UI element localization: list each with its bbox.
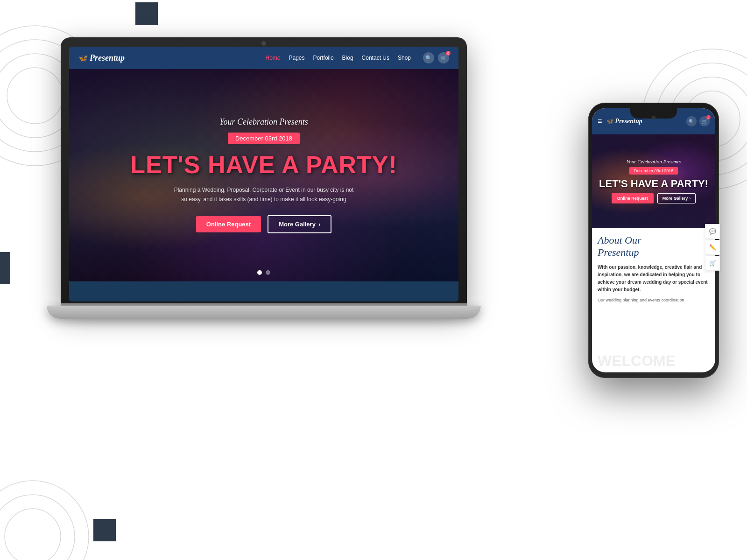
chat-icon: 💬: [709, 228, 716, 235]
logo-text: Presentup: [90, 53, 125, 63]
dot-1[interactable]: [257, 270, 262, 275]
hero-date-badge: December 03rd 2018: [228, 133, 300, 144]
decorative-square-2: [0, 252, 10, 284]
phone-side-icons: 💬 ✏️ 🛒: [705, 224, 720, 271]
phone-cart-icon: 🛒: [702, 119, 707, 124]
phone-search-icon: 🔍: [689, 119, 694, 124]
more-gallery-label: More Gallery: [279, 221, 316, 228]
search-icon-btn[interactable]: 🔍: [423, 52, 434, 63]
phone-device: ≡ 🦋 Presentup 🔍 🛒 0: [588, 103, 719, 378]
site-logo: 🦋 Presentup: [78, 53, 125, 63]
hero-section: Your Celebration Presents December 03rd …: [69, 69, 458, 281]
phone-logo: 🦋 Presentup: [606, 118, 642, 125]
phone-about-title: About Our Presentup: [598, 234, 710, 259]
svg-point-9: [0, 495, 75, 560]
phone-about-sub: Our wedding planning and events coordina…: [598, 297, 710, 304]
online-request-button[interactable]: Online Request: [196, 216, 261, 232]
phone-cart-badge: 0: [706, 115, 711, 119]
phone-about-bg-text: WELCOME PRESENTUP: [598, 353, 689, 372]
nav-item-home[interactable]: Home: [266, 55, 281, 61]
phone-about-section: WELCOME PRESENTUP About Our Presentup Wi…: [592, 228, 715, 308]
phone-more-gallery-arrow: ›: [689, 196, 691, 201]
hero-dots: [257, 270, 270, 275]
laptop-frame: 🦋 Presentup Home Pages Portfolio Blog Co…: [61, 37, 467, 308]
hero-title-part1: LET'S HAVE A: [130, 151, 298, 178]
phone-hero: Your Celebration Presents December 03rd …: [592, 134, 715, 228]
phone-hero-title: LET'S HAVE A PARTY!: [599, 178, 708, 189]
site-header: 🦋 Presentup Home Pages Portfolio Blog Co…: [69, 47, 458, 69]
site-nav: Home Pages Portfolio Blog Contact Us Sho…: [266, 52, 450, 63]
nav-item-blog[interactable]: Blog: [342, 55, 353, 61]
nav-item-contact[interactable]: Contact Us: [362, 55, 389, 61]
bg-text-welcome: WELCOME: [598, 353, 689, 369]
nav-item-shop[interactable]: Shop: [398, 55, 411, 61]
phone-online-request-button[interactable]: Online Request: [612, 193, 654, 203]
phone-search-btn[interactable]: 🔍: [686, 116, 697, 126]
decorative-circles-bottom: [0, 467, 103, 560]
hero-description: Planning a Wedding, Proposal, Corporate …: [170, 186, 357, 203]
cart-icon-side: 🛒: [709, 260, 716, 266]
hero-content: Your Celebration Presents December 03rd …: [69, 69, 458, 281]
phone-about-description: With our passion, knowledge, creative fl…: [598, 264, 710, 294]
phone-hero-subtitle: Your Celebration Presents: [627, 159, 681, 164]
laptop-base: [47, 306, 481, 319]
hero-title: LET'S HAVE A PARTY!: [130, 152, 397, 178]
search-icon: 🔍: [425, 55, 432, 61]
hero-subtitle: Your Celebration Presents: [219, 117, 308, 127]
decorative-square-1: [135, 2, 158, 25]
logo-butterfly-icon: 🦋: [78, 54, 88, 63]
bg-text-presentup: PRESENTUP: [598, 369, 689, 372]
phone-hero-buttons: Online Request More Gallery ›: [612, 193, 696, 203]
laptop-camera: [261, 41, 266, 46]
cart-icon-btn[interactable]: 🛒 0: [438, 52, 449, 63]
side-cart-icon[interactable]: 🛒: [705, 256, 720, 271]
side-chat-icon[interactable]: 💬: [705, 224, 720, 239]
side-edit-icon[interactable]: ✏️: [705, 240, 720, 255]
edit-icon: ✏️: [709, 244, 716, 251]
cart-badge: 0: [446, 51, 451, 56]
about-title-line1: About Our: [598, 234, 710, 246]
nav-icons: 🔍 🛒 0: [423, 52, 449, 63]
phone-notch: [630, 108, 677, 119]
dot-2[interactable]: [266, 270, 270, 275]
svg-point-0: [7, 68, 63, 124]
phone-more-gallery-label: More Gallery: [662, 196, 688, 201]
phone-cart-btn[interactable]: 🛒 0: [699, 116, 710, 126]
svg-point-10: [0, 481, 89, 560]
phone-nav-icons: 🔍 🛒 0: [686, 116, 710, 126]
phone-screen: ≡ 🦋 Presentup 🔍 🛒 0: [592, 108, 715, 372]
phone-frame: ≡ 🦋 Presentup 🔍 🛒 0: [588, 103, 719, 378]
hero-buttons: Online Request More Gallery ›: [196, 215, 331, 233]
phone-logo-butterfly: 🦋: [606, 118, 613, 125]
hero-title-part2: PARTY!: [306, 151, 397, 178]
phone-date-badge: December 03rd 2018: [629, 167, 678, 175]
phone-more-gallery-button[interactable]: More Gallery ›: [657, 193, 696, 203]
hamburger-icon[interactable]: ≡: [598, 117, 602, 126]
nav-item-pages[interactable]: Pages: [289, 55, 305, 61]
more-gallery-button[interactable]: More Gallery ›: [268, 215, 331, 233]
more-gallery-arrow: ›: [318, 221, 320, 228]
svg-point-8: [5, 509, 61, 560]
cart-icon: 🛒: [440, 55, 447, 61]
nav-item-portfolio[interactable]: Portfolio: [313, 55, 334, 61]
phone-hero-content: Your Celebration Presents December 03rd …: [592, 134, 715, 228]
about-title-line2: Presentup: [598, 246, 710, 259]
phone-logo-text: Presentup: [615, 118, 642, 125]
laptop-screen: 🦋 Presentup Home Pages Portfolio Blog Co…: [69, 47, 458, 301]
laptop-device: 🦋 Presentup Home Pages Portfolio Blog Co…: [61, 37, 481, 373]
phone-camera: [652, 116, 655, 119]
